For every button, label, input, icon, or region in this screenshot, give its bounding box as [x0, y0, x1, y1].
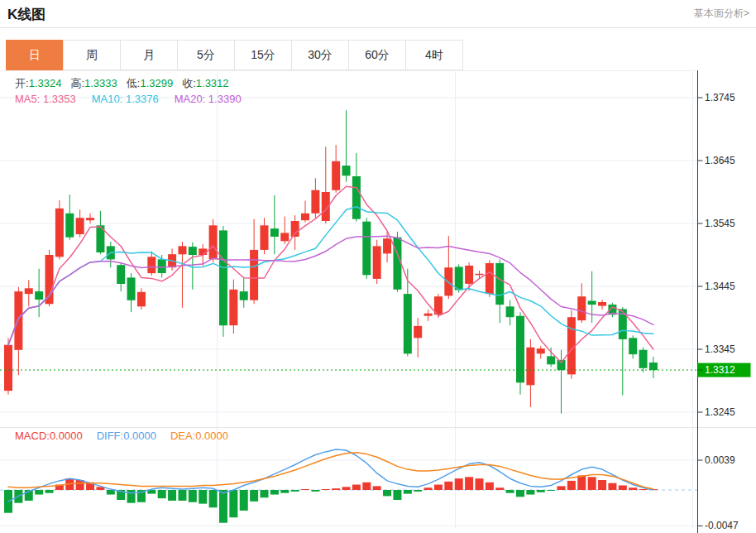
macd-bar: [608, 483, 616, 490]
candle-body: [506, 306, 514, 317]
candle-body: [547, 356, 555, 364]
macd-bar: [567, 481, 576, 490]
macd-bar: [434, 485, 443, 490]
macd-bar: [444, 482, 452, 490]
candle-body: [219, 230, 227, 325]
macd-bar: [311, 490, 319, 492]
candle-body: [516, 316, 524, 383]
macd-bar: [455, 478, 463, 490]
tab-period-3[interactable]: 5分: [177, 40, 235, 70]
macd-bar: [629, 487, 637, 490]
candle-body: [598, 302, 606, 306]
macd-bar: [577, 475, 586, 490]
macd-bar: [199, 490, 207, 504]
candle-body: [137, 292, 146, 307]
candle-body: [444, 267, 452, 295]
candle-body: [588, 301, 596, 305]
candle-body: [86, 218, 94, 220]
macd-bar: [404, 490, 412, 494]
macd-bar: [547, 490, 555, 491]
macd-histogram: [4, 475, 658, 522]
candle-body: [55, 209, 64, 257]
tab-period-5[interactable]: 30分: [291, 40, 349, 70]
candle-body: [393, 238, 401, 290]
macd-bar: [280, 490, 289, 493]
fundamental-analysis-link[interactable]: 基本面分析>: [694, 7, 749, 21]
macd-bar: [383, 490, 391, 496]
macd-bar: [486, 483, 494, 490]
current-price-badge-label: 1.3312: [705, 364, 735, 376]
macd-bar: [588, 477, 596, 490]
candle-body: [240, 291, 248, 300]
macd-bar: [45, 490, 54, 493]
candle-body: [311, 190, 319, 214]
macd-bar: [127, 490, 136, 503]
tab-period-0[interactable]: 日: [6, 40, 64, 70]
ma20-line: [8, 236, 653, 345]
candle-body: [229, 290, 237, 325]
macd-bar: [373, 486, 381, 490]
candle-body: [526, 348, 534, 386]
macd-bar: [219, 490, 227, 523]
macd-bar: [475, 478, 483, 490]
tab-period-2[interactable]: 月: [120, 40, 178, 70]
macd-bar: [516, 490, 524, 497]
candle-body: [178, 246, 186, 254]
candle-body: [280, 233, 289, 241]
candle-body: [342, 166, 351, 175]
candle-body: [158, 259, 166, 273]
candle-body: [189, 247, 197, 255]
candle-body: [25, 288, 33, 294]
macd-bar: [301, 489, 309, 490]
macd-bar: [465, 477, 473, 490]
candle-body: [35, 291, 43, 300]
price-axis-label: 1.3245: [705, 406, 735, 418]
candle-body: [117, 265, 125, 284]
header-divider: [0, 27, 756, 28]
ma5-line: [8, 186, 653, 363]
macd-bar: [107, 490, 115, 495]
kline-chart-canvas[interactable]: 1.37451.36451.35451.34451.33451.32450.00…: [0, 70, 756, 533]
macd-bar: [209, 490, 218, 507]
macd-bar: [35, 490, 43, 495]
page-title: K线图: [7, 5, 45, 24]
price-axis-label: 1.3645: [705, 155, 735, 166]
candle-body: [362, 222, 371, 276]
candle-body: [301, 214, 309, 220]
macd-bar: [393, 490, 401, 500]
candle-body: [475, 274, 483, 276]
chart-area[interactable]: 1.37451.36451.35451.34451.33451.32450.00…: [0, 70, 756, 533]
macd-bar: [557, 486, 566, 490]
candle-body: [537, 348, 545, 353]
tab-period-7[interactable]: 4时: [405, 40, 463, 70]
candle-body: [261, 225, 269, 250]
candle-body: [352, 176, 361, 219]
candle-body: [199, 248, 207, 255]
macd-bar: [495, 487, 504, 490]
candle-body: [65, 214, 74, 238]
price-axis-label: 1.3745: [705, 92, 735, 103]
tab-period-4[interactable]: 15分: [234, 40, 292, 70]
candle-body: [486, 263, 494, 294]
candle-body: [383, 238, 391, 253]
macd-bar: [178, 490, 186, 501]
tab-period-6[interactable]: 60分: [348, 40, 406, 70]
macd-bar: [598, 480, 606, 490]
candle-body: [639, 350, 648, 368]
macd-bar: [342, 487, 351, 490]
macd-bar: [332, 488, 340, 490]
candle-body: [291, 221, 299, 237]
macd-bar: [189, 490, 197, 502]
candle-body: [629, 338, 637, 354]
candle-body: [127, 277, 136, 300]
macd-bar: [414, 490, 422, 492]
macd-axis-label: -0.0047: [705, 520, 739, 531]
macd-bar: [158, 490, 166, 498]
candle-body: [577, 296, 586, 320]
candle-body: [373, 246, 381, 279]
tab-period-1[interactable]: 周: [63, 40, 121, 70]
macd-axis-label: 0.0039: [705, 454, 735, 466]
macd-bar: [537, 490, 545, 492]
candle-body: [209, 225, 218, 259]
candle-body: [455, 266, 463, 290]
